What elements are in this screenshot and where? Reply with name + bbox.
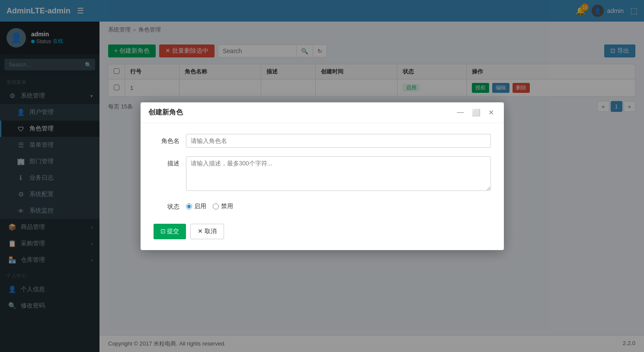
modal-overlay: 创建新角色 — ⬜ ✕ 角色名 描述 状态 启用 [0,0,644,352]
status-enabled-text: 启用 [194,203,206,210]
role-name-label: 角色名 [154,134,179,145]
modal-footer-btns: ⊡ 提交 ✕ 取消 [154,219,491,239]
cancel-button[interactable]: ✕ 取消 [190,224,224,239]
submit-button[interactable]: ⊡ 提交 [154,224,186,239]
status-enabled-radio[interactable] [186,203,192,209]
description-group: 描述 [154,156,491,191]
status-label: 状态 [154,200,179,211]
modal-minimize-button[interactable]: — [455,108,466,117]
status-enabled-label[interactable]: 启用 [186,203,206,210]
status-disabled-label[interactable]: 禁用 [213,203,233,210]
status-group: 状态 启用 禁用 [154,200,491,211]
status-radio-group: 启用 禁用 [186,200,233,210]
modal-title: 创建新角色 [148,108,183,117]
status-disabled-radio[interactable] [213,203,219,209]
modal-maximize-button[interactable]: ⬜ [470,108,483,117]
role-name-input[interactable] [186,134,491,148]
role-name-group: 角色名 [154,134,491,148]
modal-body: 角色名 描述 状态 启用 禁用 [141,123,504,250]
create-role-modal: 创建新角色 — ⬜ ✕ 角色名 描述 状态 启用 [141,102,504,250]
modal-header: 创建新角色 — ⬜ ✕ [141,102,504,123]
modal-close-button[interactable]: ✕ [486,108,496,117]
description-textarea[interactable] [186,156,491,191]
status-disabled-text: 禁用 [221,203,233,210]
modal-controls: — ⬜ ✕ [455,108,496,117]
description-label: 描述 [154,156,179,168]
